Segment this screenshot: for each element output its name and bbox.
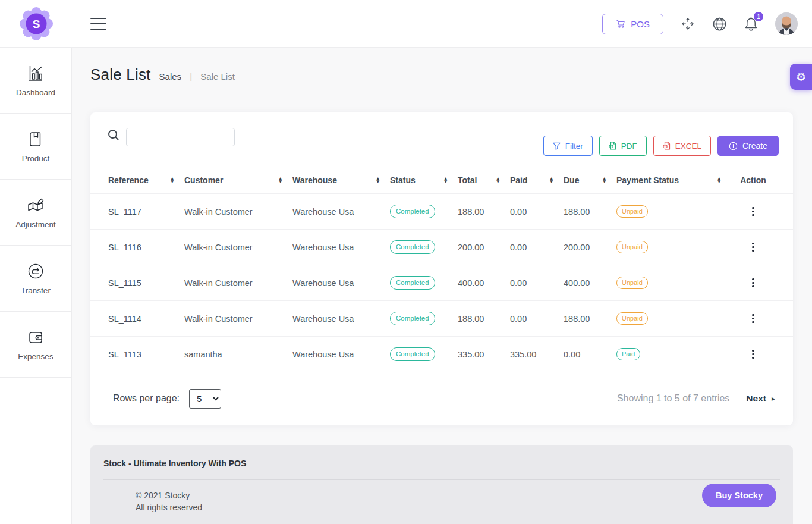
app-root: S POS bbox=[0, 0, 812, 524]
sidebar: Dashboard Product Adjustment bbox=[0, 48, 72, 524]
settings-gear-button[interactable]: ⚙ bbox=[790, 64, 812, 90]
cell-customer: Walk-in Customer bbox=[184, 278, 292, 288]
column-header-total[interactable]: Total ▲▼ bbox=[458, 175, 510, 185]
circular-arrow-icon bbox=[26, 262, 45, 281]
funnel-icon bbox=[553, 142, 561, 150]
cell-reference: SL_1116 bbox=[108, 243, 184, 252]
payment-status-badge: Unpaid bbox=[616, 205, 648, 218]
create-button[interactable]: Create bbox=[717, 136, 779, 156]
buy-stocky-button[interactable]: Buy Stocky bbox=[702, 484, 776, 507]
column-header-reference[interactable]: Reference ▲▼ bbox=[108, 175, 184, 185]
row-actions-menu-button[interactable] bbox=[747, 205, 759, 219]
top-header: S POS bbox=[0, 0, 812, 48]
pos-button-label: POS bbox=[631, 19, 650, 29]
page-title: Sale List bbox=[90, 65, 151, 84]
sidebar-item-adjustment[interactable]: Adjustment bbox=[0, 180, 71, 246]
column-header-status[interactable]: Status ▲▼ bbox=[390, 175, 458, 185]
sort-icon: ▲▼ bbox=[602, 177, 607, 184]
cell-reference: SL_1115 bbox=[108, 278, 184, 288]
page-footer: Stock - Ultimate Inventory With POS © 20… bbox=[90, 445, 793, 524]
sort-icon: ▲▼ bbox=[717, 177, 722, 184]
row-actions-menu-button[interactable] bbox=[747, 240, 759, 255]
column-header-due[interactable]: Due ▲▼ bbox=[564, 175, 616, 185]
cell-customer: Walk-in Customer bbox=[184, 243, 292, 252]
user-avatar[interactable] bbox=[775, 12, 798, 35]
cell-paid: 0.00 bbox=[510, 314, 564, 324]
search-input[interactable] bbox=[126, 128, 235, 146]
app-logo[interactable]: S bbox=[0, 0, 72, 48]
payment-status-badge: Unpaid bbox=[616, 277, 648, 289]
pdf-export-button[interactable]: PDF bbox=[599, 136, 647, 156]
excel-export-button[interactable]: EXCEL bbox=[653, 136, 711, 156]
row-actions-menu-button[interactable] bbox=[747, 347, 759, 362]
book-icon bbox=[26, 130, 45, 149]
avatar-photo bbox=[775, 12, 798, 35]
cart-icon bbox=[616, 19, 625, 29]
status-badge: Completed bbox=[390, 347, 435, 361]
cell-due: 0.00 bbox=[564, 350, 616, 359]
column-header-warehouse[interactable]: Warehouse ▲▼ bbox=[292, 175, 390, 185]
column-header-payment-status[interactable]: Payment Status ▲▼ bbox=[616, 175, 731, 185]
fullscreen-button[interactable] bbox=[680, 16, 695, 32]
payment-status-badge: Paid bbox=[616, 348, 640, 360]
row-actions-menu-button[interactable] bbox=[747, 312, 759, 326]
column-header-paid[interactable]: Paid ▲▼ bbox=[510, 175, 564, 185]
breadcrumb-sales-link[interactable]: Sales bbox=[159, 71, 182, 81]
filter-button[interactable]: Filter bbox=[543, 136, 593, 156]
page-head: Sale List Sales | Sale List bbox=[90, 65, 793, 84]
table-pagination: Rows per page: 5 Showing 1 to 5 of 7 ent… bbox=[90, 372, 793, 425]
table-row: SL_1116 Walk-in Customer Warehouse Usa C… bbox=[90, 229, 793, 265]
sort-icon: ▲▼ bbox=[278, 177, 283, 184]
payment-status-badge: Unpaid bbox=[616, 312, 648, 325]
language-globe-button[interactable] bbox=[712, 17, 727, 32]
next-page-button[interactable]: Next ▸ bbox=[746, 393, 775, 404]
cell-due: 188.00 bbox=[564, 207, 616, 216]
table-header-row: Reference ▲▼ Customer ▲▼ Warehouse ▲▼ St… bbox=[90, 167, 793, 193]
sort-icon: ▲▼ bbox=[496, 177, 501, 184]
table-row: SL_1117 Walk-in Customer Warehouse Usa C… bbox=[90, 193, 793, 229]
cell-due: 200.00 bbox=[564, 243, 616, 252]
cell-due: 400.00 bbox=[564, 278, 616, 288]
sale-list-card: Filter PDF EXCEL bbox=[90, 112, 793, 425]
sidebar-item-transfer[interactable]: Transfer bbox=[0, 246, 71, 312]
sidebar-item-dashboard[interactable]: Dashboard bbox=[0, 48, 71, 114]
status-badge: Completed bbox=[390, 312, 435, 325]
pdf-file-icon bbox=[609, 142, 616, 150]
sidebar-item-expenses[interactable]: Expenses bbox=[0, 312, 71, 378]
pdf-button-label: PDF bbox=[621, 142, 637, 150]
menu-toggle-button[interactable] bbox=[90, 18, 106, 30]
rows-per-page-select[interactable]: 5 bbox=[189, 389, 221, 409]
cell-paid: 0.00 bbox=[510, 278, 564, 288]
sidebar-item-label: Expenses bbox=[18, 352, 53, 361]
table-row: SL_1114 Walk-in Customer Warehouse Usa C… bbox=[90, 300, 793, 336]
row-actions-menu-button[interactable] bbox=[747, 276, 759, 290]
rows-per-page-label: Rows per page: bbox=[113, 393, 180, 404]
cell-reference: SL_1114 bbox=[108, 314, 184, 324]
table-row: SL_1115 Walk-in Customer Warehouse Usa C… bbox=[90, 265, 793, 300]
sort-icon: ▲▼ bbox=[170, 177, 175, 184]
cell-reference: SL_1117 bbox=[108, 207, 184, 216]
breadcrumb: Sales | Sale List bbox=[159, 71, 235, 81]
pos-button[interactable]: POS bbox=[602, 14, 663, 34]
sidebar-item-label: Adjustment bbox=[15, 220, 56, 229]
rights-line: All rights reserved bbox=[136, 501, 202, 513]
stocky-logo-icon: S bbox=[20, 7, 53, 40]
globe-icon bbox=[712, 17, 727, 32]
plus-circle-icon bbox=[729, 142, 738, 150]
table-row: SL_1113 samantha Warehouse Usa Completed… bbox=[90, 336, 793, 372]
status-badge: Completed bbox=[390, 205, 435, 218]
sidebar-item-label: Product bbox=[22, 154, 50, 163]
sidebar-item-product[interactable]: Product bbox=[0, 114, 71, 180]
sort-icon: ▲▼ bbox=[443, 177, 448, 184]
cell-paid: 0.00 bbox=[510, 243, 564, 252]
cell-warehouse: Warehouse Usa bbox=[292, 243, 390, 252]
next-page-label: Next bbox=[746, 393, 766, 404]
cell-warehouse: Warehouse Usa bbox=[292, 314, 390, 324]
create-button-label: Create bbox=[742, 141, 767, 150]
footer-title: Stock - Ultimate Inventory With POS bbox=[103, 459, 246, 468]
column-header-customer[interactable]: Customer ▲▼ bbox=[184, 175, 292, 185]
notifications-button[interactable]: 1 bbox=[744, 16, 759, 32]
status-badge: Completed bbox=[390, 240, 435, 254]
svg-text:S: S bbox=[32, 18, 40, 30]
cell-customer: Walk-in Customer bbox=[184, 207, 292, 216]
